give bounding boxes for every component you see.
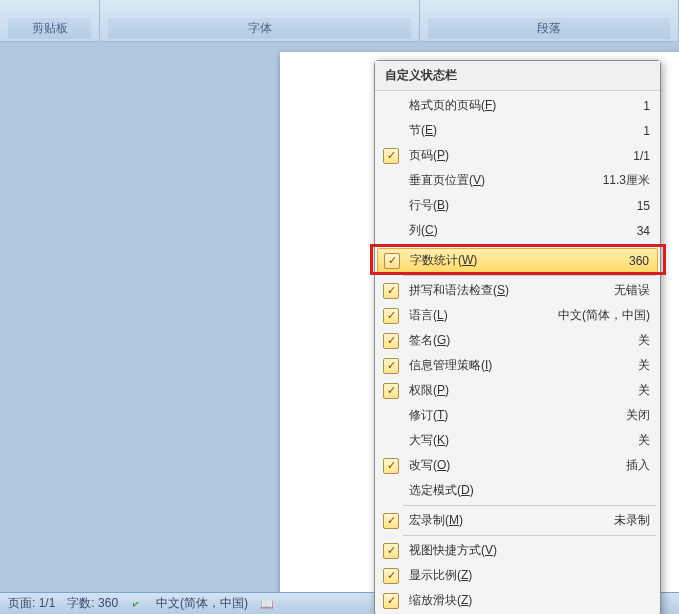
menu-item[interactable]: ✓拼写和语法检查(S)无错误 — [375, 278, 660, 303]
menu-item-label: 权限(P) — [403, 382, 590, 399]
checkbox-empty — [383, 123, 399, 139]
menu-item[interactable]: 列(C)34 — [375, 218, 660, 243]
menu-item-label: 修订(T) — [403, 407, 590, 424]
checkbox-empty — [383, 173, 399, 189]
menu-item-value: 关 — [590, 382, 650, 399]
menu-item-label: 拼写和语法检查(S) — [403, 282, 590, 299]
checkmark-icon: ✓ — [383, 568, 399, 584]
status-words-label: 字数: 360 — [67, 595, 118, 612]
menu-item-check-col — [379, 173, 403, 189]
checkmark-icon: ✓ — [383, 543, 399, 559]
checkbox-empty — [383, 433, 399, 449]
menu-item-check-col — [379, 223, 403, 239]
menu-item-check-col: ✓ — [379, 543, 403, 559]
menu-item-check-col — [379, 98, 403, 114]
menu-item-label: 格式页的页码(F) — [403, 97, 590, 114]
menu-item-check-col: ✓ — [379, 593, 403, 609]
proofing-check-icon — [130, 597, 144, 611]
menu-item[interactable]: ✓显示比例(Z) — [375, 563, 660, 588]
checkmark-icon: ✓ — [384, 253, 400, 269]
menu-item-check-col: ✓ — [379, 383, 403, 399]
menu-item-label: 页码(P) — [403, 147, 590, 164]
menu-item-value: 关 — [590, 357, 650, 374]
menu-item-label: 选定模式(D) — [403, 482, 590, 499]
menu-item-label: 签名(G) — [403, 332, 590, 349]
menu-item-label: 视图快捷方式(V) — [403, 542, 590, 559]
menu-item-label: 字数统计(W) — [404, 252, 589, 269]
menu-item[interactable]: 修订(T)关闭 — [375, 403, 660, 428]
ribbon: 剪贴板 字体 段落 — [0, 0, 679, 42]
status-page-label: 页面: 1/1 — [8, 595, 55, 612]
status-proofing[interactable] — [130, 597, 144, 611]
menu-item-label: 行号(B) — [403, 197, 590, 214]
status-insert-mode[interactable] — [260, 597, 274, 611]
menu-item[interactable]: ✓签名(G)关 — [375, 328, 660, 353]
checkmark-icon: ✓ — [383, 308, 399, 324]
menu-item-value: 未录制 — [590, 512, 650, 529]
menu-item[interactable]: 行号(B)15 — [375, 193, 660, 218]
menu-item-value: 1 — [590, 99, 650, 113]
menu-item-check-col: ✓ — [379, 148, 403, 164]
menu-item-value: 中文(简体，中国) — [558, 307, 650, 324]
status-page[interactable]: 页面: 1/1 — [8, 595, 55, 612]
menu-separator — [403, 535, 656, 536]
menu-item[interactable]: ✓字数统计(W)360 — [377, 248, 658, 273]
menu-item-label: 信息管理策略(I) — [403, 357, 590, 374]
menu-item[interactable]: 大写(K)关 — [375, 428, 660, 453]
menu-item-value: 插入 — [590, 457, 650, 474]
menu-item[interactable]: ✓语言(L)中文(简体，中国) — [375, 303, 660, 328]
menu-item-label: 大写(K) — [403, 432, 590, 449]
menu-item[interactable]: ✓页码(P)1/1 — [375, 143, 660, 168]
menu-item-check-col — [379, 408, 403, 424]
checkmark-icon: ✓ — [383, 148, 399, 164]
menu-item[interactable]: ✓权限(P)关 — [375, 378, 660, 403]
menu-item[interactable]: ✓信息管理策略(I)关 — [375, 353, 660, 378]
ribbon-group-font: 字体 — [100, 0, 420, 41]
menu-item-check-col: ✓ — [379, 333, 403, 349]
menu-item-check-col — [379, 123, 403, 139]
menu-item-value: 34 — [590, 224, 650, 238]
menu-item[interactable]: 节(E)1 — [375, 118, 660, 143]
group-paragraph-label: 段落 — [428, 18, 670, 39]
ribbon-group-paragraph: 段落 — [420, 0, 679, 41]
menu-item-label: 语言(L) — [403, 307, 558, 324]
menu-item-value: 1 — [590, 124, 650, 138]
menu-item-value: 关闭 — [590, 407, 650, 424]
menu-separator — [403, 275, 656, 276]
menu-item-value: 1/1 — [590, 149, 650, 163]
menu-item[interactable]: ✓改写(O)插入 — [375, 453, 660, 478]
menu-item-label: 改写(O) — [403, 457, 590, 474]
ribbon-group-clipboard: 剪贴板 — [0, 0, 100, 41]
status-language[interactable]: 中文(简体，中国) — [156, 595, 248, 612]
menu-item[interactable]: 格式页的页码(F)1 — [375, 93, 660, 118]
checkbox-empty — [383, 408, 399, 424]
context-menu-title: 自定义状态栏 — [375, 61, 660, 91]
menu-item[interactable]: 垂直页位置(V)11.3厘米 — [375, 168, 660, 193]
menu-item-label: 垂直页位置(V) — [403, 172, 590, 189]
menu-item[interactable]: ✓视图快捷方式(V) — [375, 538, 660, 563]
checkmark-icon: ✓ — [383, 458, 399, 474]
checkmark-icon: ✓ — [383, 383, 399, 399]
menu-separator — [403, 505, 656, 506]
checkbox-empty — [383, 98, 399, 114]
checkmark-icon: ✓ — [383, 358, 399, 374]
statusbar-context-menu: 自定义状态栏 格式页的页码(F)1节(E)1✓页码(P)1/1垂直页位置(V)1… — [374, 60, 661, 614]
menu-item-label: 节(E) — [403, 122, 590, 139]
checkmark-icon: ✓ — [383, 593, 399, 609]
group-font-label: 字体 — [108, 18, 411, 39]
menu-item[interactable]: ✓缩放滑块(Z) — [375, 588, 660, 613]
menu-item-check-col: ✓ — [379, 513, 403, 529]
context-menu-items: 格式页的页码(F)1节(E)1✓页码(P)1/1垂直页位置(V)11.3厘米行号… — [375, 91, 660, 614]
status-word-count[interactable]: 字数: 360 — [67, 595, 118, 612]
menu-item-label: 缩放滑块(Z) — [403, 592, 590, 609]
menu-item-check-col: ✓ — [379, 308, 403, 324]
menu-item[interactable]: 选定模式(D) — [375, 478, 660, 503]
checkmark-icon: ✓ — [383, 513, 399, 529]
menu-item-label: 显示比例(Z) — [403, 567, 590, 584]
checkbox-empty — [383, 198, 399, 214]
group-clipboard-label: 剪贴板 — [8, 18, 91, 39]
menu-item[interactable]: ✓宏录制(M)未录制 — [375, 508, 660, 533]
menu-item-check-col: ✓ — [379, 458, 403, 474]
menu-item-check-col: ✓ — [380, 253, 404, 269]
menu-item-check-col: ✓ — [379, 568, 403, 584]
